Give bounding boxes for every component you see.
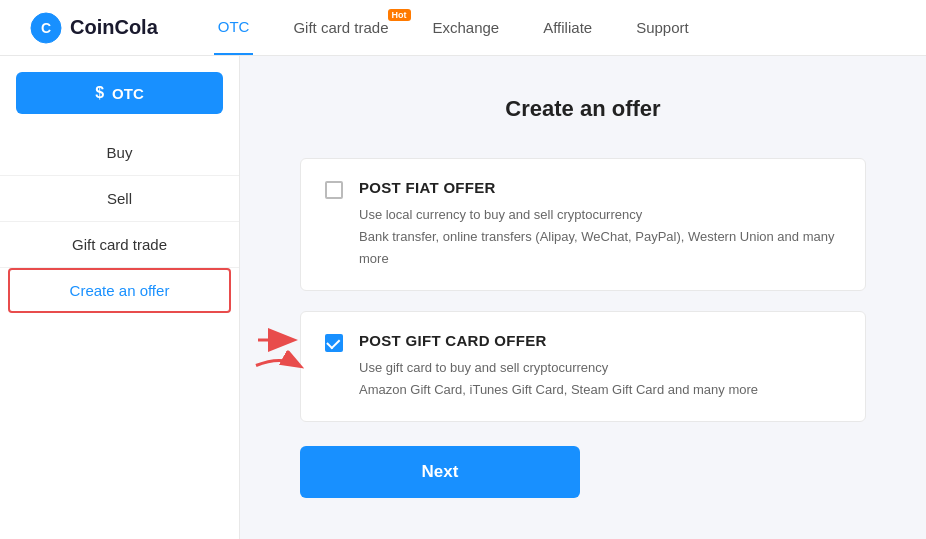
fiat-offer-content: POST FIAT OFFER Use local currency to bu… — [359, 179, 841, 270]
fiat-checkbox[interactable] — [325, 181, 343, 199]
nav-item-exchange[interactable]: Exchange — [429, 1, 504, 54]
svg-text:C: C — [41, 20, 51, 36]
sidebar-item-create-offer[interactable]: Create an offer — [8, 268, 231, 313]
gift-card-offer-title: POST GIFT CARD OFFER — [359, 332, 841, 349]
gift-card-offer-desc: Use gift card to buy and sell cryptocurr… — [359, 357, 841, 401]
nav-item-support[interactable]: Support — [632, 1, 693, 54]
main-content: Create an offer POST FIAT OFFER Use loca… — [240, 56, 926, 539]
gift-card-offer-option[interactable]: POST GIFT CARD OFFER Use gift card to bu… — [300, 311, 866, 422]
gift-card-checkbox[interactable] — [325, 334, 343, 352]
nav-item-gift-card-trade[interactable]: Gift card trade Hot — [289, 1, 392, 54]
fiat-offer-title: POST FIAT OFFER — [359, 179, 841, 196]
sidebar-item-buy[interactable]: Buy — [0, 130, 239, 176]
red-arrow-annotation — [251, 350, 306, 383]
hot-badge: Hot — [388, 9, 411, 21]
main-nav: OTC Gift card trade Hot Exchange Affilia… — [214, 0, 693, 55]
logo-icon: C — [30, 12, 62, 44]
sidebar: $ OTC Buy Sell Gift card trade Create an… — [0, 56, 240, 539]
logo-text: CoinCola — [70, 16, 158, 39]
sidebar-otc-button[interactable]: $ OTC — [16, 72, 223, 114]
logo[interactable]: C CoinCola — [30, 12, 158, 44]
nav-item-otc[interactable]: OTC — [214, 0, 254, 55]
dollar-icon: $ — [95, 84, 104, 102]
gift-card-offer-content: POST GIFT CARD OFFER Use gift card to bu… — [359, 332, 841, 401]
header: C CoinCola OTC Gift card trade Hot Excha… — [0, 0, 926, 56]
fiat-offer-option[interactable]: POST FIAT OFFER Use local currency to bu… — [300, 158, 866, 291]
sidebar-item-sell[interactable]: Sell — [0, 176, 239, 222]
page-title: Create an offer — [300, 96, 866, 122]
fiat-offer-desc: Use local currency to buy and sell crypt… — [359, 204, 841, 270]
nav-item-affiliate[interactable]: Affiliate — [539, 1, 596, 54]
sidebar-item-gift-card-trade[interactable]: Gift card trade — [0, 222, 239, 268]
next-button[interactable]: Next — [300, 446, 580, 498]
page-layout: $ OTC Buy Sell Gift card trade Create an… — [0, 56, 926, 539]
